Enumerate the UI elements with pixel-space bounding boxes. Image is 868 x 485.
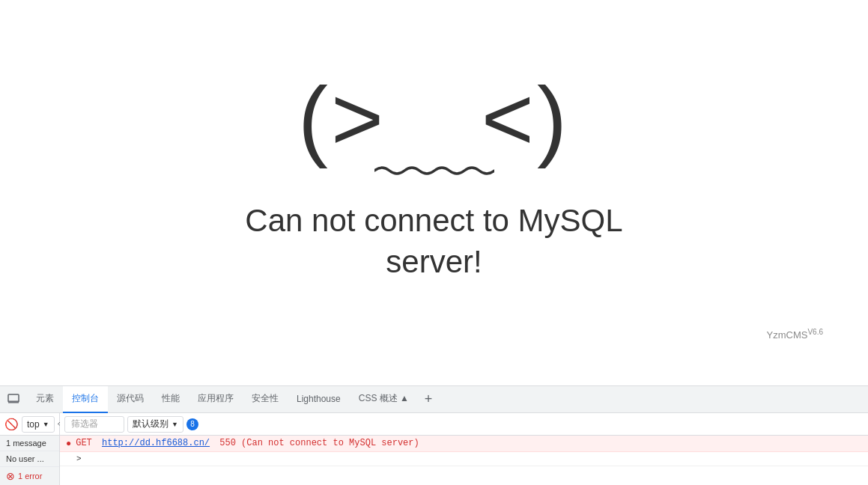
dock-icon[interactable] <box>3 389 24 410</box>
devtools-toolbar: 🚫 top ▼ 👁 <box>0 413 59 436</box>
tab-application-label: 应用程序 <box>198 392 234 405</box>
sidebar-error-count[interactable]: ⊗ 1 error <box>0 467 59 485</box>
context-selector[interactable]: top ▼ <box>22 416 55 433</box>
devtools-panel: 元素 控制台 源代码 性能 应用程序 安全性 Lighthouse CSS 概述… <box>0 385 868 485</box>
console-url[interactable]: http://dd.hf6688.cn/ <box>102 438 210 448</box>
version-label: YzmCMSV6.6 <box>767 328 823 341</box>
console-area: 筛选器 默认级别 ▼ 8 ● GET http://dd.hf6688.cn/ … <box>60 413 868 485</box>
devtools-body: 🚫 top ▼ 👁 1 message No user ... ⊗ 1 erro… <box>0 413 868 485</box>
level-value: 默认级别 <box>133 418 169 430</box>
filter-placeholder: 筛选器 <box>71 418 98 430</box>
tab-css-overview[interactable]: CSS 概述 ▲ <box>350 386 418 413</box>
error-circle-icon: ⊗ <box>6 470 15 482</box>
tab-elements-label: 元素 <box>36 392 54 405</box>
squiggle-svg <box>374 163 494 178</box>
tab-sources-label: 源代码 <box>117 392 144 405</box>
tab-console[interactable]: 控制台 <box>63 386 108 413</box>
context-value: top <box>27 419 40 430</box>
tab-security[interactable]: 安全性 <box>243 386 288 413</box>
error-squiggle <box>374 163 494 178</box>
add-tab-button[interactable]: + <box>418 389 439 410</box>
tab-performance-label: 性能 <box>162 392 180 405</box>
face-close-paren: ) <box>537 68 570 168</box>
error-message: Can not connect to MySQL server! <box>245 201 622 282</box>
error-face: (> <) <box>298 73 570 163</box>
svg-rect-1 <box>8 400 19 403</box>
sidebar-panel: 🚫 top ▼ 👁 1 message No user ... ⊗ 1 erro… <box>0 413 60 485</box>
console-error-text: 550 (Can not connect to MySQL server) <box>214 438 419 448</box>
sidebar-messages[interactable]: 1 message <box>0 436 59 451</box>
expand-icon[interactable]: > <box>66 454 82 463</box>
level-selector[interactable]: 默认级别 ▼ <box>127 416 183 433</box>
sidebar-message-count: 1 message <box>6 439 46 448</box>
tab-performance[interactable]: 性能 <box>153 386 189 413</box>
level-dropdown-icon: ▼ <box>172 421 178 428</box>
tab-css-overview-label: CSS 概述 ▲ <box>359 392 409 405</box>
clear-console-button[interactable]: 🚫 <box>4 415 19 433</box>
filter-input[interactable]: 筛选器 <box>64 416 124 433</box>
face-underscore <box>386 96 482 162</box>
face-open-paren: ( <box>298 68 331 168</box>
error-status-icon: ● <box>66 439 71 449</box>
console-method: GET <box>76 438 97 448</box>
face-lt: < <box>482 68 537 168</box>
sidebar-no-user-label: No user ... <box>6 454 44 463</box>
main-content: (> <) Can not connect to MySQL server! Y… <box>0 0 868 385</box>
console-toolbar: 筛选器 默认级别 ▼ 8 <box>60 413 868 436</box>
tab-console-label: 控制台 <box>72 392 99 405</box>
tab-lighthouse-label: Lighthouse <box>297 394 341 404</box>
badge-dot: 8 <box>186 418 198 430</box>
console-error-row: ● GET http://dd.hf6688.cn/ 550 (Can not … <box>60 436 868 452</box>
message-badge: 8 <box>186 418 198 430</box>
badge-count: 8 <box>190 420 195 428</box>
version-name: YzmCMS <box>767 329 808 341</box>
tab-sources[interactable]: 源代码 <box>108 386 153 413</box>
error-line1: Can not connect to MySQL <box>245 201 622 242</box>
devtools-tabs-bar: 元素 控制台 源代码 性能 应用程序 安全性 Lighthouse CSS 概述… <box>0 386 868 413</box>
context-dropdown-icon: ▼ <box>43 421 49 428</box>
console-expand-row[interactable]: > <box>60 452 868 466</box>
face-gt: > <box>331 68 386 168</box>
tab-application[interactable]: 应用程序 <box>189 386 243 413</box>
error-count-label: 1 error <box>18 472 42 481</box>
version-number: V6.6 <box>807 328 823 336</box>
tab-security-label: 安全性 <box>252 392 279 405</box>
error-line2: server! <box>245 242 622 283</box>
sidebar-no-user[interactable]: No user ... <box>0 451 59 467</box>
tab-elements[interactable]: 元素 <box>27 386 63 413</box>
tab-lighthouse[interactable]: Lighthouse <box>288 386 350 413</box>
